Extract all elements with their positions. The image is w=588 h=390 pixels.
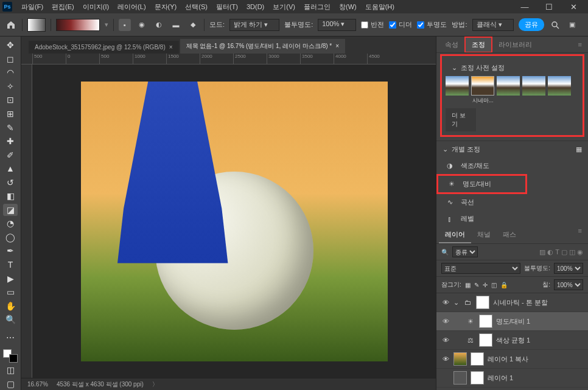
layer-row-brightness[interactable]: 👁 ☀ 명도/대비 1 xyxy=(436,312,588,331)
zoom-level[interactable]: 16.67% xyxy=(27,381,48,388)
layer-row-image-copy[interactable]: 👁 레이어 1 복사 xyxy=(436,350,588,369)
menu-plugins[interactable]: 플러그인 xyxy=(299,2,335,12)
filter-pixel-icon[interactable]: ▨ xyxy=(539,248,545,256)
dither-checkbox[interactable]: 디더 xyxy=(389,20,412,29)
quick-mask-toggle[interactable]: ◫ xyxy=(3,364,18,377)
mode-select[interactable]: 밝게 하기 ▾ xyxy=(229,19,279,31)
method-select[interactable]: 클래식 ▾ xyxy=(472,19,514,31)
gradient-angle-icon[interactable]: ◐ xyxy=(153,19,165,31)
ruler-horizontal[interactable]: 500050010001500200025003000350040004500 xyxy=(21,54,436,64)
stamp-tool[interactable]: ▲ xyxy=(3,162,18,175)
shape-tool[interactable]: ▭ xyxy=(3,286,18,299)
history-brush-tool[interactable]: ↺ xyxy=(3,176,18,189)
canvas[interactable] xyxy=(32,64,436,378)
layer-row-image[interactable]: 레이어 1 xyxy=(436,369,588,388)
path-select-tool[interactable]: ▶ xyxy=(3,272,18,285)
layer-mask[interactable] xyxy=(479,333,492,347)
panel-menu-icon[interactable]: ≡ xyxy=(575,41,586,48)
grid-view-icon[interactable]: ▦ xyxy=(576,145,582,153)
preset-thumb-2[interactable] xyxy=(497,76,520,96)
foreground-background-colors[interactable] xyxy=(3,349,18,363)
gradient-radial-icon[interactable]: ◉ xyxy=(136,19,148,31)
gradient-diamond-icon[interactable]: ◆ xyxy=(187,19,199,31)
lock-all-icon[interactable]: 🔒 xyxy=(500,282,508,288)
adjust-hue-saturation[interactable]: ◑색조/채도 xyxy=(436,158,588,174)
individual-adjust-header[interactable]: ⌄ 개별 조정 ▦ xyxy=(436,141,588,158)
blend-mode-select[interactable]: 표준 xyxy=(441,263,520,274)
layer-mask[interactable] xyxy=(479,315,492,328)
layer-row-group[interactable]: 👁 ⌄ 🗀 시네마틱 - 톤 분할 xyxy=(436,293,588,312)
frame-tool[interactable]: ⊞ xyxy=(3,108,18,120)
layer-thumbnail[interactable] xyxy=(453,352,467,366)
eyedropper-tool[interactable]: ✎ xyxy=(3,121,18,134)
opacity-select[interactable]: 100% ▾ xyxy=(318,19,356,31)
layer-mask[interactable] xyxy=(471,352,484,366)
swatch-preview[interactable] xyxy=(27,18,46,32)
visibility-toggle[interactable]: 👁 xyxy=(441,299,450,306)
layer-row-color-balance[interactable]: 👁 ⚖ 색상 균형 1 xyxy=(436,331,588,350)
tab-paths[interactable]: 패스 xyxy=(497,227,522,243)
menu-edit[interactable]: 편집(E) xyxy=(47,2,79,12)
crop-tool[interactable]: ⊡ xyxy=(3,94,18,106)
menu-layer[interactable]: 레이어(L) xyxy=(113,2,150,12)
chevron-down-icon[interactable]: ⌄ xyxy=(453,299,459,307)
tab-properties[interactable]: 속성 xyxy=(439,38,464,52)
gradient-tool[interactable]: ◪ xyxy=(3,204,18,217)
pen-tool[interactable]: ✒ xyxy=(3,245,18,257)
layer-opacity-select[interactable]: 100% xyxy=(554,263,583,274)
layer-thumbnail[interactable] xyxy=(453,371,467,385)
layer-mask[interactable] xyxy=(476,296,489,309)
type-tool[interactable]: T xyxy=(3,259,18,271)
adjust-curves[interactable]: ∿곡선 xyxy=(436,194,588,211)
search-icon[interactable] xyxy=(549,19,561,31)
home-button[interactable] xyxy=(5,19,17,31)
menu-type[interactable]: 문자(Y) xyxy=(150,2,181,12)
window-close[interactable]: ✕ xyxy=(561,0,586,13)
preset-thumb-4[interactable] xyxy=(548,76,571,96)
filter-smart-icon[interactable]: ◫ xyxy=(569,248,575,256)
reverse-checkbox[interactable]: 반전 xyxy=(361,20,384,29)
lock-paint-icon[interactable]: ✎ xyxy=(474,282,479,288)
share-button[interactable]: 공유 xyxy=(519,18,544,31)
more-presets-button[interactable]: 더 보기 xyxy=(446,108,476,131)
ruler-vertical[interactable] xyxy=(21,64,32,378)
lasso-tool[interactable]: ◠ xyxy=(3,66,18,79)
close-tab-icon[interactable]: × xyxy=(169,44,173,50)
visibility-toggle[interactable]: 👁 xyxy=(441,318,450,325)
zoom-tool[interactable]: 🔍 xyxy=(3,313,18,326)
menu-3d[interactable]: 3D(D) xyxy=(242,3,268,10)
presets-header[interactable]: ⌄ 조정 사전 설정 xyxy=(446,60,579,76)
gradient-linear-icon[interactable]: ▪ xyxy=(119,19,131,31)
marquee-tool[interactable]: ◻ xyxy=(3,53,18,66)
lock-move-icon[interactable]: ✛ xyxy=(483,282,488,288)
menu-image[interactable]: 이미지(I) xyxy=(79,2,113,12)
eraser-tool[interactable]: ◧ xyxy=(3,190,18,203)
document-tab-1[interactable]: 제목 없음-1 @ 16.7% (명도/대비 1, 레이어 마스크/8) *× xyxy=(180,39,345,54)
window-maximize[interactable]: ☐ xyxy=(537,0,561,13)
adjust-brightness-contrast[interactable]: ☀명도/대비 xyxy=(436,174,527,194)
tab-channels[interactable]: 채널 xyxy=(471,227,497,243)
tab-layers[interactable]: 레이어 xyxy=(439,227,471,243)
tab-libraries[interactable]: 라이브러리 xyxy=(492,38,538,52)
gradient-reflected-icon[interactable]: ▬ xyxy=(170,19,182,31)
preset-thumb-3[interactable] xyxy=(522,76,545,96)
layer-mask[interactable] xyxy=(471,371,484,385)
lock-artboard-icon[interactable]: ◫ xyxy=(491,282,497,288)
fill-select[interactable]: 100% xyxy=(554,279,583,290)
filter-shape-icon[interactable]: ▢ xyxy=(561,248,567,256)
menu-window[interactable]: 창(W) xyxy=(335,2,361,12)
menu-file[interactable]: 파일(F) xyxy=(17,2,47,12)
hand-tool[interactable]: ✋ xyxy=(3,299,18,312)
filter-type-icon[interactable]: T xyxy=(555,248,559,256)
transparency-checkbox[interactable]: 투명도 xyxy=(417,20,447,29)
search-icon[interactable]: 🔍 xyxy=(441,249,449,256)
menu-view[interactable]: 보기(V) xyxy=(268,2,299,12)
visibility-toggle[interactable]: 👁 xyxy=(441,355,450,363)
filter-type-select[interactable]: 종류 xyxy=(452,246,478,257)
menu-select[interactable]: 선택(S) xyxy=(181,2,212,12)
adjust-levels[interactable]: ⫿레벨 xyxy=(436,211,588,227)
move-tool[interactable]: ✥ xyxy=(3,39,18,52)
edit-toolbar[interactable]: ⋯ xyxy=(3,332,18,344)
preset-thumb-1[interactable] xyxy=(471,76,494,96)
blur-tool[interactable]: ◔ xyxy=(3,217,18,230)
